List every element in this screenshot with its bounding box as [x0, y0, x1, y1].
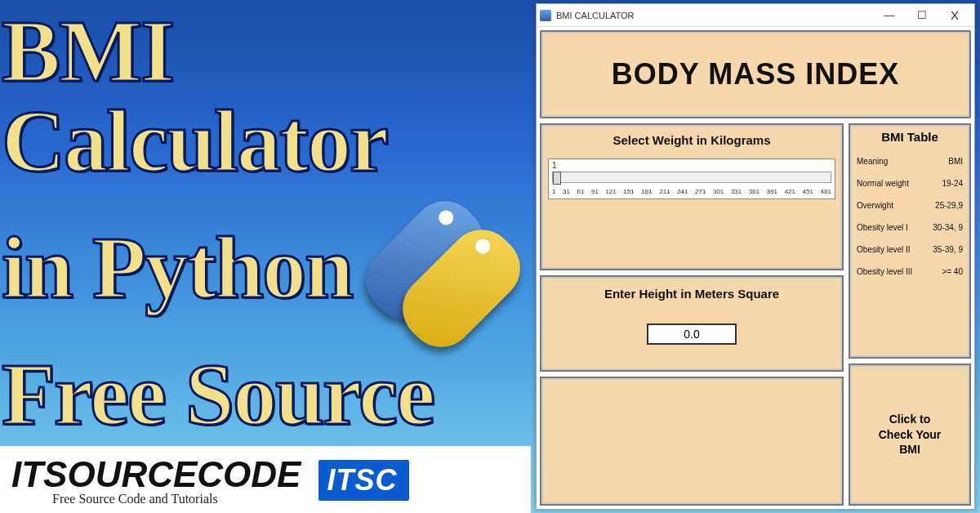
weight-value: 1 [552, 161, 831, 170]
window-title: BMI CALCULATOR [556, 11, 635, 20]
height-panel: Enter Height in Meters Square [540, 275, 844, 372]
height-input[interactable] [647, 323, 737, 345]
app-window: BMI CALCULATOR — ☐ X BODY MASS INDEX Sel… [536, 3, 975, 510]
tick-label: 421 [785, 188, 795, 195]
tick-label: 241 [677, 188, 688, 195]
table-row: Normal weight19-24 [853, 172, 966, 194]
table-row: Obesity level II35-39, 9 [853, 239, 966, 261]
brand-bar: ITSOURCECODE Free Source Code and Tutori… [0, 446, 531, 513]
table-val: BMI [948, 157, 963, 166]
brand-badge: ITSC [318, 460, 408, 501]
tick-label: 301 [713, 188, 724, 195]
maximize-button[interactable]: ☐ [906, 7, 938, 25]
weight-track[interactable] [552, 172, 831, 183]
table-key: Obesity level II [857, 245, 911, 254]
tick-label: 391 [767, 188, 777, 195]
page-title: BODY MASS INDEX [612, 57, 899, 91]
height-label: Enter Height in Meters Square [604, 287, 779, 301]
app-body: BODY MASS INDEX Select Weight in Kilogra… [537, 27, 974, 509]
table-val: 25-29,9 [935, 201, 963, 210]
tick-label: 1 [552, 188, 555, 195]
table-row: MeaningBMI [853, 150, 966, 172]
close-button[interactable]: X [938, 7, 971, 25]
tick-label: 331 [731, 188, 742, 195]
python-logo-icon [355, 186, 527, 350]
tick-label: 31 [563, 188, 570, 195]
promo-line-1: BMI Calculator [2, 7, 529, 186]
table-key: Obesity level III [857, 267, 912, 276]
table-key: Overwight [857, 201, 893, 210]
tick-label: 481 [820, 188, 831, 195]
promo-line-2: in Python [2, 223, 352, 313]
weight-thumb[interactable] [553, 172, 561, 185]
table-val: 30-34, 9 [933, 223, 963, 232]
app-icon [540, 10, 551, 21]
check-bmi-button[interactable]: Click toCheck YourBMI [849, 364, 971, 506]
table-row: Obesity level I30-34, 9 [853, 216, 966, 239]
weight-ticks: 1316191121151181211241271301331361391421… [552, 185, 831, 199]
title-bar[interactable]: BMI CALCULATOR — ☐ X [537, 4, 974, 27]
tick-label: 61 [577, 188, 584, 195]
check-bmi-label: Click toCheck YourBMI [879, 412, 942, 458]
table-row: Obesity level III>= 40 [853, 261, 966, 283]
promo-banner: BMI Calculator in Python Free Source Cod… [0, 0, 531, 513]
table-key: Meaning [857, 157, 888, 166]
tick-label: 121 [605, 188, 616, 195]
tick-label: 361 [749, 188, 760, 195]
minimize-button[interactable]: — [873, 7, 906, 25]
brand-name: ITSOURCECODE [11, 454, 301, 495]
table-val: 35-39, 9 [933, 245, 963, 254]
bmi-table-panel: BMI Table MeaningBMINormal weight19-24Ov… [849, 123, 971, 359]
header-panel: BODY MASS INDEX [540, 30, 971, 118]
table-row: Overwight25-29,9 [853, 194, 966, 216]
table-val: 19-24 [942, 179, 963, 188]
weight-scale[interactable]: 1 13161911211511812112412713013313613914… [548, 158, 835, 199]
tick-label: 151 [623, 188, 634, 195]
tick-label: 181 [641, 188, 652, 195]
tick-label: 271 [695, 188, 706, 195]
weight-panel: Select Weight in Kilograms 1 13161911211… [540, 123, 844, 270]
result-panel [540, 377, 844, 506]
table-key: Obesity level I [857, 223, 908, 232]
bmi-table-title: BMI Table [853, 130, 966, 144]
tick-label: 91 [591, 188, 599, 195]
brand-tagline: Free Source Code and Tutorials [11, 492, 301, 506]
table-key: Normal weight [857, 179, 909, 188]
table-val: >= 40 [942, 267, 963, 276]
tick-label: 451 [803, 188, 813, 195]
tick-label: 211 [659, 188, 670, 195]
weight-label: Select Weight in Kilograms [612, 133, 770, 147]
